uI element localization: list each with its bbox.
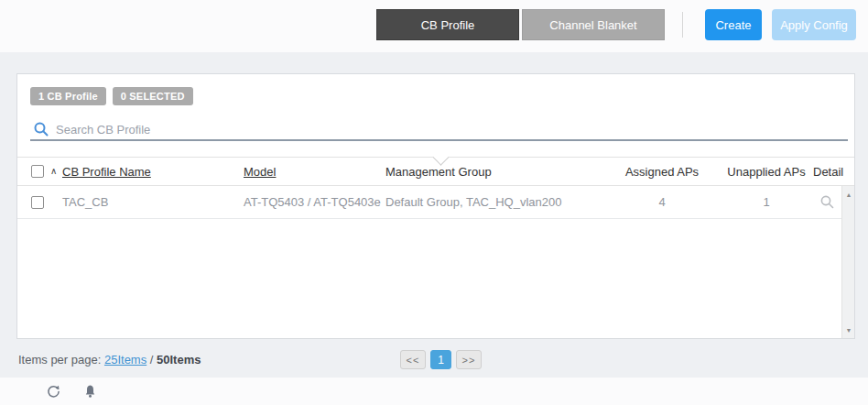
column-header-model[interactable]: Model [244, 165, 276, 179]
cb-profile-panel: 1 CB Profile 0 SELECTED Search CB Profil… [16, 73, 855, 339]
scroll-up-icon[interactable]: ▲ [842, 188, 855, 201]
create-button[interactable]: Create [705, 9, 762, 40]
items-per-page: Items per page: 25Items / 50Items [18, 353, 201, 367]
cell-management-group: Default Group, TAC_HQ_vlan200 [385, 195, 561, 209]
tab-cb-profile[interactable]: CB Profile [376, 9, 519, 40]
row-checkbox[interactable] [31, 196, 44, 209]
search-icon [33, 121, 49, 141]
refresh-icon[interactable] [46, 384, 61, 403]
tab-channel-blanket[interactable]: Channel Blanket [522, 9, 665, 40]
search-underline [30, 139, 848, 141]
table-scrollbar[interactable]: ▲ ▼ [841, 186, 854, 338]
table-row[interactable]: TAC_CB AT-TQ5403 / AT-TQ5403e Default Gr… [17, 186, 842, 219]
toolbar-divider [682, 12, 683, 38]
sort-ascending-icon[interactable]: ∧ [50, 166, 57, 176]
search-bar[interactable]: Search CB Profile [17, 118, 856, 142]
search-input[interactable]: Search CB Profile [56, 123, 150, 137]
selected-count-badge: 0 SELECTED [113, 87, 193, 105]
items-per-page-separator: / [146, 353, 157, 367]
scroll-down-icon[interactable]: ▼ [842, 323, 855, 336]
pagination-prev-button[interactable]: << [400, 350, 426, 369]
bottom-bar [0, 378, 868, 405]
cell-unapplied-aps: 1 [723, 195, 809, 209]
items-per-page-max: 50Items [157, 353, 201, 367]
items-per-page-label: Items per page: [18, 353, 101, 367]
pagination: << 1 >> [400, 350, 482, 369]
apply-config-button[interactable]: Apply Config [772, 9, 856, 40]
view-tabs: CB Profile Channel Blanket [376, 9, 665, 40]
items-per-page-link[interactable]: 25Items [104, 353, 146, 367]
pagination-page-1-button[interactable]: 1 [430, 350, 451, 369]
pagination-next-button[interactable]: >> [456, 350, 482, 369]
cell-model: AT-TQ5403 / AT-TQ5403e [244, 195, 381, 209]
notifications-bell-icon[interactable] [82, 384, 98, 403]
column-header-cb-profile-name[interactable]: CB Profile Name [62, 165, 151, 179]
detail-magnifier-icon[interactable] [819, 194, 835, 213]
column-header-assigned-aps: Assigned APs [621, 165, 703, 179]
cell-assigned-aps: 4 [621, 195, 703, 209]
badge-row: 1 CB Profile 0 SELECTED [30, 87, 193, 105]
profile-count-badge: 1 CB Profile [30, 87, 106, 105]
column-header-management-group: Management Group [385, 165, 492, 179]
column-header-detail: Detail [813, 165, 843, 179]
column-header-unapplied-aps: Unapplied APs [723, 165, 809, 179]
top-bar: CB Profile Channel Blanket Create Apply … [0, 0, 868, 52]
select-all-checkbox[interactable] [31, 165, 44, 178]
cell-cb-profile-name: TAC_CB [62, 195, 108, 209]
